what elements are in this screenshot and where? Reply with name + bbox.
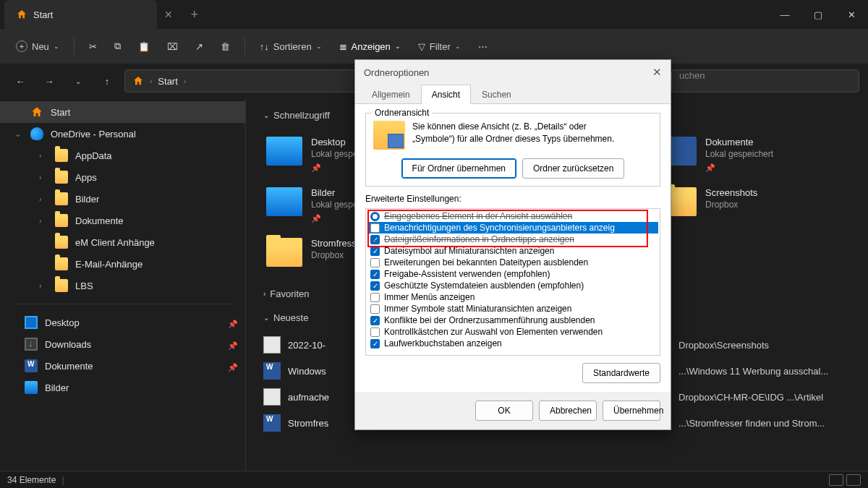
advanced-option[interactable]: Erweiterungen bei bekannten Dateitypen a… xyxy=(367,257,658,268)
sidebar-item-downloads[interactable]: Downloads📌 xyxy=(0,333,245,355)
checkbox[interactable] xyxy=(370,304,380,314)
checkbox[interactable]: ✓ xyxy=(370,339,380,348)
nav-sidebar: Start ⌄ OneDrive - Personal ›AppData ›Ap… xyxy=(0,98,246,471)
plus-icon: + xyxy=(16,40,27,52)
breadcrumb-start[interactable]: Start xyxy=(158,76,177,87)
new-button[interactable]: + Neu ⌄ xyxy=(9,36,67,56)
tab-allgemein[interactable]: Allgemein xyxy=(361,85,421,104)
sidebar-item-desktop[interactable]: Desktop📌 xyxy=(0,312,245,333)
minimize-button[interactable]: — xyxy=(768,0,801,29)
advanced-option[interactable]: ✓Konflikte bei der Ordnerzusammenführung… xyxy=(367,314,658,326)
advanced-settings-label: Erweiterte Einstellungen: xyxy=(365,194,660,204)
cancel-button[interactable]: Abbrechen xyxy=(539,401,597,421)
share-button[interactable]: ↗ xyxy=(188,37,210,56)
tab-suchen[interactable]: Suchen xyxy=(471,85,522,104)
view-button[interactable]: ≣ Anzeigen ⌄ xyxy=(332,37,408,56)
checkbox[interactable]: ✓ xyxy=(370,235,380,244)
delete-button[interactable]: 🗑 xyxy=(213,37,237,56)
tile-screenshots[interactable]: ScreenshotsDropbox xyxy=(655,180,854,231)
paste-button[interactable]: 📋 xyxy=(131,37,157,56)
filter-button[interactable]: ▽ Filter ⌄ xyxy=(411,37,468,56)
new-tab-button[interactable]: + xyxy=(183,7,205,22)
advanced-option[interactable]: Immer Symbole statt Miniaturansichten an… xyxy=(367,303,658,314)
advanced-option[interactable]: ✓Freigabe-Assistent verwenden (empfohlen… xyxy=(367,268,658,280)
checkbox[interactable]: ✓ xyxy=(370,270,380,279)
advanced-settings-list[interactable]: Eingegebenes Element in der Ansicht ausw… xyxy=(365,208,660,356)
tab-ansicht[interactable]: Ansicht xyxy=(421,85,471,104)
section-label-text: Schnellzugriff xyxy=(273,110,330,121)
advanced-option[interactable]: Eingegebenes Element in der Ansicht ausw… xyxy=(367,210,658,222)
chevron-right-icon: › xyxy=(263,290,265,298)
advanced-option[interactable]: ✓Geschützte Systemdateien ausblenden (em… xyxy=(367,280,658,291)
checkbox[interactable]: ✓ xyxy=(370,247,380,256)
tab-start[interactable]: Start xyxy=(4,0,157,29)
advanced-option[interactable]: Kontrollkästchen zur Auswahl von Element… xyxy=(367,326,658,338)
cut-button[interactable]: ✂ xyxy=(82,37,104,56)
list-view-button[interactable] xyxy=(829,474,843,486)
option-label: Benachrichtigungen des Synchronisierungs… xyxy=(384,223,615,233)
more-button[interactable]: ⋯ xyxy=(471,37,495,56)
dialog-close-button[interactable]: ✕ xyxy=(652,66,662,79)
sidebar-item-label: Apps xyxy=(75,172,97,183)
advanced-option[interactable]: ✓Laufwerkbuchstaben anzeigen xyxy=(367,338,658,349)
chevron-down-icon: ⌄ xyxy=(54,43,59,50)
sidebar-item-bilder2[interactable]: Bilder xyxy=(0,377,245,398)
sort-icon: ↑↓ xyxy=(260,41,269,52)
sidebar-item-dokumente2[interactable]: Dokumente📌 xyxy=(0,355,245,377)
sidebar-item-email[interactable]: E-Mail-Anhänge xyxy=(0,253,245,275)
option-label: Erweiterungen bei bekannten Dateitypen a… xyxy=(384,257,588,267)
advanced-option[interactable]: Immer Menüs anzeigen xyxy=(367,291,658,303)
chevron-right-icon: › xyxy=(39,216,48,225)
forward-button[interactable]: → xyxy=(38,69,61,93)
view-label: Anzeigen xyxy=(352,41,391,52)
sidebar-item-emclient[interactable]: eM Client Anhänge xyxy=(0,231,245,253)
sidebar-item-onedrive[interactable]: ⌄ OneDrive - Personal xyxy=(0,123,245,145)
new-label: Neu xyxy=(32,41,49,52)
checkbox[interactable]: ✓ xyxy=(370,281,380,291)
sidebar-item-label: Bilder xyxy=(45,382,69,393)
folder-icon xyxy=(55,279,68,292)
sidebar-item-apps[interactable]: ›Apps xyxy=(0,166,245,188)
checkbox[interactable]: ✓ xyxy=(370,316,380,325)
sidebar-item-dokumente[interactable]: ›Dokumente xyxy=(0,210,245,231)
share-icon: ↗ xyxy=(195,41,203,52)
reset-folders-button[interactable]: Ordner zurücksetzen xyxy=(522,158,624,179)
maximize-button[interactable]: ▢ xyxy=(801,0,835,29)
radio-button[interactable] xyxy=(370,212,380,221)
apply-button[interactable]: Übernehmen xyxy=(603,401,660,421)
tile-sub: Lokal gespeichert xyxy=(705,149,773,159)
back-button[interactable]: ← xyxy=(9,69,32,93)
search-input[interactable]: uchen xyxy=(671,69,859,93)
checkbox[interactable] xyxy=(370,328,380,337)
sidebar-item-appdata[interactable]: ›AppData xyxy=(0,145,245,166)
close-button[interactable]: ✕ xyxy=(835,0,868,29)
sort-button[interactable]: ↑↓ Sortieren ⌄ xyxy=(252,37,329,56)
option-label: Konflikte bei der Ordnerzusammenführung … xyxy=(384,315,595,325)
tile-sub: Dropbox xyxy=(705,200,757,210)
sidebar-item-label: Dokumente xyxy=(45,361,93,372)
option-label: Immer Menüs anzeigen xyxy=(384,292,475,302)
word-file-icon xyxy=(263,362,281,380)
grid-view-button[interactable] xyxy=(846,474,861,486)
tab-title: Start xyxy=(33,9,53,20)
tile-dokumente[interactable]: DokumenteLokal gespeichert📌 xyxy=(655,129,854,180)
advanced-option[interactable]: ✓Dateigrößeinformationen in Ordnertipps … xyxy=(367,234,658,245)
pin-icon: 📌 xyxy=(228,341,238,351)
restore-defaults-button[interactable]: Standardwerte xyxy=(582,363,660,383)
tab-close-button[interactable]: ✕ xyxy=(157,9,180,20)
item-count: 34 Elemente xyxy=(7,475,56,485)
advanced-option[interactable]: ✓Dateisymbol auf Miniaturansichten anzei… xyxy=(367,245,658,257)
rename-button[interactable]: ⌧ xyxy=(160,37,185,56)
up-button[interactable]: ↑ xyxy=(95,69,119,93)
checkbox[interactable] xyxy=(370,293,380,302)
apply-to-folders-button[interactable]: Für Ordner übernehmen xyxy=(401,158,516,179)
chevron-down-icon[interactable]: ⌄ xyxy=(67,69,90,93)
checkbox[interactable] xyxy=(370,223,380,233)
ok-button[interactable]: OK xyxy=(475,401,533,421)
checkbox[interactable] xyxy=(370,258,380,267)
sidebar-item-lbs[interactable]: ›LBS xyxy=(0,275,245,296)
sidebar-item-start[interactable]: Start xyxy=(0,101,245,123)
advanced-option[interactable]: Benachrichtigungen des Synchronisierungs… xyxy=(367,222,658,234)
copy-button[interactable]: ⧉ xyxy=(107,36,128,56)
sidebar-item-bilder[interactable]: ›Bilder xyxy=(0,188,245,210)
